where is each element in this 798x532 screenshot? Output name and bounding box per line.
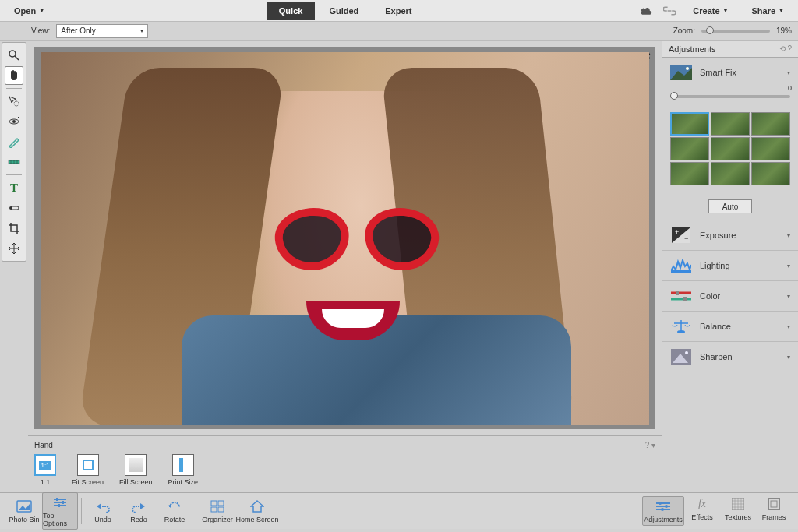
separator	[81, 498, 82, 524]
hand-tool[interactable]	[5, 66, 23, 85]
home-screen-button[interactable]: Home Screen	[235, 499, 279, 523]
share-menu[interactable]: Share ▼	[745, 3, 790, 19]
one-to-one-button[interactable]: 1:1	[34, 454, 56, 476]
whiten-teeth-tool[interactable]	[5, 132, 23, 151]
rotate-button[interactable]: Rotate	[157, 499, 192, 523]
mode-expert[interactable]: Expert	[373, 2, 424, 20]
bottom-bar: Photo Bin Tool Options Undo Redo Rotate …	[0, 492, 798, 529]
svg-point-4	[12, 120, 16, 123]
undo-button[interactable]: Undo	[85, 499, 121, 523]
smart-fix-icon	[670, 64, 692, 81]
color-item[interactable]: Color ▾	[662, 281, 798, 312]
sharpen-item[interactable]: Sharpen ▾	[662, 342, 798, 372]
exposure-item[interactable]: +− Exposure ▾	[662, 220, 798, 251]
auto-button[interactable]: Auto	[708, 199, 752, 213]
redo-button[interactable]: Redo	[121, 499, 157, 523]
preset-thumbnail[interactable]	[670, 162, 709, 185]
preset-thumbnail[interactable]	[711, 112, 750, 136]
view-select[interactable]: After Only ▾	[56, 24, 148, 38]
frames-icon	[766, 496, 782, 512]
photo-bin-button[interactable]: Photo Bin	[6, 499, 42, 523]
frames-button[interactable]: Frames	[756, 496, 792, 526]
textures-button[interactable]: Textures	[720, 496, 756, 526]
svg-text:−: −	[684, 234, 688, 242]
slider-thumb-icon[interactable]	[706, 26, 714, 34]
smart-fix-slider[interactable]: 0	[670, 95, 790, 98]
left-toolbar: T	[2, 42, 26, 262]
effects-button[interactable]: fx Effects	[684, 496, 720, 526]
type-tool[interactable]: T	[5, 178, 23, 197]
svg-line-5	[17, 116, 19, 118]
textures-icon	[730, 496, 746, 512]
tool-options-panel: Hand ? ▾ 1:1 1:1 Fit Screen Fill Screen	[28, 435, 662, 492]
svg-rect-23	[683, 297, 687, 301]
lighting-item[interactable]: Lighting ▾	[662, 251, 798, 281]
view-select-value: After Only	[61, 26, 95, 35]
preset-thumbnail[interactable]	[751, 137, 790, 160]
redo-label: Redo	[130, 516, 147, 523]
tool-name-label: Hand	[34, 441, 53, 449]
sharpen-icon	[670, 348, 692, 365]
balance-label: Balance	[700, 322, 779, 331]
fill-screen-button[interactable]	[125, 454, 147, 476]
preset-thumbnail[interactable]	[670, 137, 709, 160]
zoom-label: Zoom:	[673, 26, 695, 35]
smart-fix-presets	[670, 112, 790, 185]
svg-point-49	[659, 502, 662, 505]
spot-healing-tool[interactable]	[5, 199, 23, 217]
slider-thumb-icon[interactable]	[670, 92, 678, 100]
tool-options-label: Tool Options	[43, 512, 77, 527]
crop-tool[interactable]	[5, 219, 23, 238]
svg-point-2	[14, 101, 19, 106]
move-tool[interactable]	[5, 239, 23, 258]
adjustments-button[interactable]: Adjustments	[642, 496, 684, 526]
create-menu[interactable]: Create ▼	[687, 3, 734, 19]
photo-canvas[interactable]	[41, 52, 649, 425]
svg-text:+: +	[675, 228, 679, 236]
tool-options-icon	[52, 495, 68, 510]
straighten-tool[interactable]	[5, 153, 23, 171]
svg-rect-54	[771, 501, 777, 507]
zoom-slider[interactable]	[701, 30, 770, 33]
open-menu[interactable]: Open ▼	[8, 3, 51, 19]
photo-content	[275, 208, 454, 270]
undo-icon	[95, 499, 111, 514]
adjustments-label: Adjustments	[644, 516, 683, 523]
tool-options-button[interactable]: Tool Options	[42, 492, 78, 530]
type-icon: T	[10, 181, 18, 195]
effects-icon: fx	[694, 496, 710, 512]
preset-thumbnail[interactable]	[751, 112, 790, 136]
organizer-label: Organizer	[202, 516, 233, 523]
share-label: Share	[751, 6, 775, 16]
print-size-button[interactable]	[172, 454, 194, 476]
mode-guided[interactable]: Guided	[316, 2, 371, 20]
view-label: View:	[31, 26, 50, 35]
cloud-icon[interactable]	[640, 6, 652, 16]
organizer-button[interactable]: Organizer	[200, 499, 235, 523]
smart-fix-panel[interactable]: Smart Fix ▾ 0 Auto	[662, 58, 798, 220]
panel-icons[interactable]: ⟲ ?	[779, 44, 792, 53]
dropdown-caret-icon: ▼	[779, 8, 784, 13]
eye-tool[interactable]	[5, 112, 23, 131]
svg-point-29	[685, 351, 688, 354]
mode-quick[interactable]: Quick	[267, 2, 316, 20]
svg-rect-41	[211, 501, 217, 506]
adjustments-icon	[655, 499, 671, 514]
dropdown-caret-icon: ▼	[723, 8, 729, 13]
preset-thumbnail[interactable]	[751, 162, 790, 185]
link-icon[interactable]	[663, 6, 676, 16]
preset-thumbnail[interactable]	[711, 137, 750, 160]
balance-item[interactable]: Balance ▾	[662, 312, 798, 342]
quick-selection-tool[interactable]	[5, 92, 23, 111]
preset-thumbnail[interactable]	[670, 112, 709, 136]
help-icon[interactable]: ? ▾	[645, 441, 655, 449]
fit-screen-button[interactable]	[77, 454, 99, 476]
svg-point-50	[665, 505, 668, 508]
zoom-tool[interactable]	[5, 46, 23, 65]
preset-thumbnail[interactable]	[711, 162, 750, 185]
chevron-right-icon: ▾	[787, 323, 790, 330]
canvas-wrapper: ×	[34, 47, 655, 429]
effects-label: Effects	[691, 513, 712, 521]
undo-label: Undo	[94, 516, 111, 523]
fit-screen-icon	[83, 460, 94, 470]
